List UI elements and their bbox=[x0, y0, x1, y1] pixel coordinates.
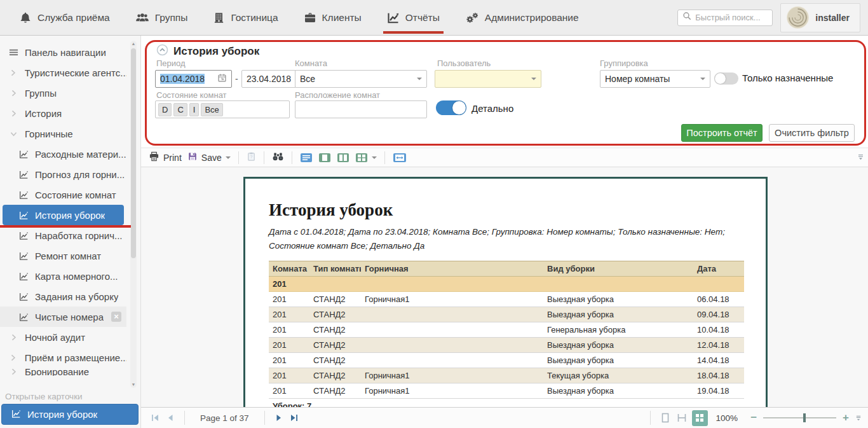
nav-item-hotel[interactable]: Гостиница bbox=[213, 0, 278, 35]
sidebar-item[interactable]: Задания на уборку bbox=[0, 286, 126, 307]
sidebar-item[interactable]: Расходные матери... bbox=[0, 144, 126, 164]
print-button[interactable]: Print bbox=[149, 151, 182, 163]
view-facing-button[interactable] bbox=[337, 153, 349, 163]
table-row: 201СТАНД2Генеральная уборка10.04.18 bbox=[269, 322, 744, 338]
room-location-input[interactable] bbox=[295, 100, 427, 118]
sidebar-item[interactable]: Ночной аудит bbox=[0, 327, 126, 347]
zoom-in-button[interactable]: + bbox=[839, 411, 853, 424]
grouping-select[interactable]: Номер комнаты bbox=[600, 70, 710, 88]
sidebar-item[interactable]: Прогноз для горни... bbox=[0, 164, 126, 184]
open-card-history-cleanings[interactable]: История уборок bbox=[1, 404, 139, 425]
room-state-button-C[interactable]: C bbox=[173, 103, 187, 116]
last-page-button[interactable] bbox=[289, 413, 299, 423]
toolbar-overflow-button[interactable] bbox=[857, 152, 864, 163]
date-from-input[interactable]: 01.04.2018 bbox=[155, 70, 232, 88]
statusbar-overflow-button[interactable] bbox=[855, 414, 862, 422]
next-page-button[interactable] bbox=[274, 413, 284, 423]
nav-item-chart[interactable]: Отчёты bbox=[387, 0, 440, 35]
topnav-menu: Служба приёмаГруппыГостиницаКлиентыОтчёт… bbox=[19, 0, 604, 35]
user-menu[interactable]: installer bbox=[780, 3, 860, 32]
table-cell: Генеральная уборка bbox=[543, 322, 693, 338]
first-page-button[interactable] bbox=[150, 413, 160, 423]
sidebar-item[interactable]: Бронирование bbox=[0, 368, 126, 376]
report-title: История уборок bbox=[269, 200, 742, 220]
close-icon[interactable]: × bbox=[111, 312, 121, 322]
calendar-icon[interactable] bbox=[217, 73, 227, 85]
period-label: Период bbox=[156, 59, 186, 68]
sidebar-item[interactable]: Горничные bbox=[0, 123, 126, 144]
table-cell: 201 bbox=[269, 307, 309, 322]
sidebar-item[interactable]: Панель навигации bbox=[0, 42, 126, 62]
clear-filter-button[interactable]: Очистить фильтр bbox=[769, 124, 855, 142]
build-report-button[interactable]: Построить отчёт bbox=[681, 124, 763, 142]
room-state-button-Все[interactable]: Все bbox=[201, 103, 222, 116]
previous-page-button[interactable] bbox=[165, 413, 175, 423]
view-singlepage-button[interactable] bbox=[300, 153, 313, 163]
sidebar-item[interactable]: Группы bbox=[0, 83, 126, 103]
top-navigation-bar: Служба приёмаГруппыГостиницаКлиентыОтчёт… bbox=[0, 0, 868, 36]
collapse-panel-icon[interactable] bbox=[156, 44, 168, 59]
sidebar-item-label: Задания на уборку bbox=[35, 291, 118, 302]
user-select[interactable] bbox=[435, 70, 541, 88]
zoom-slider[interactable] bbox=[763, 417, 836, 418]
sidebar-item[interactable]: Карта номерного... bbox=[0, 266, 126, 286]
clipboard-button-disabled[interactable]: ? bbox=[247, 151, 256, 163]
app-window: Служба приёмаГруппыГостиницаКлиентыОтчёт… bbox=[0, 0, 868, 428]
nav-item-gears[interactable]: Администрирование bbox=[465, 0, 579, 35]
single-page-view-button[interactable] bbox=[660, 412, 671, 424]
sidebar-item[interactable]: Приём и размещение... bbox=[0, 347, 126, 368]
multi-page-view-button[interactable] bbox=[692, 410, 708, 426]
table-cell: Выездная уборка bbox=[543, 307, 693, 322]
sidebar-item[interactable]: Туристические агентс... bbox=[0, 62, 126, 83]
only-assigned-label: Только назначенные bbox=[742, 72, 833, 83]
nav-item-label: Служба приёма bbox=[37, 12, 110, 24]
fit-width-view-button[interactable] bbox=[676, 412, 688, 424]
quick-search-box[interactable] bbox=[677, 10, 773, 26]
view-multipage-button[interactable] bbox=[355, 153, 377, 163]
fit-page-width-button[interactable] bbox=[393, 153, 407, 163]
table-cell: 201 bbox=[269, 292, 309, 307]
room-select[interactable]: Все bbox=[295, 70, 427, 88]
date-to-input[interactable]: 23.04.2018 bbox=[241, 70, 296, 88]
line-chart-icon bbox=[18, 292, 29, 301]
detail-toggle[interactable] bbox=[436, 100, 466, 115]
table-cell: СТАНД2 bbox=[309, 322, 361, 338]
table-cell: 19.04.18 bbox=[693, 383, 744, 399]
zoom-out-button[interactable]: − bbox=[747, 411, 761, 424]
view-continuous-button[interactable] bbox=[318, 153, 331, 163]
scrollbar-thumb[interactable] bbox=[131, 48, 136, 258]
search-input[interactable] bbox=[695, 13, 768, 22]
report-subtitle: Дата с 01.04.2018; Дата по 23.04.2018; К… bbox=[269, 225, 744, 252]
room-state-button-I[interactable]: I bbox=[189, 103, 200, 116]
nav-item-bell[interactable]: Служба приёма bbox=[19, 0, 110, 35]
nav-item-briefcase[interactable]: Клиенты bbox=[304, 0, 362, 35]
scroll-down-icon[interactable]: ▼ bbox=[130, 382, 137, 388]
room-state-button-D[interactable]: D bbox=[158, 103, 172, 116]
zoom-controls: 100% − + bbox=[644, 410, 864, 426]
nav-item-label: Клиенты bbox=[322, 12, 362, 24]
sidebar-item[interactable]: Состояние комнат bbox=[0, 184, 126, 205]
chevron-right-icon bbox=[8, 89, 19, 97]
binoculars-icon bbox=[272, 151, 284, 163]
sidebar-item-label: Горничные bbox=[25, 128, 73, 139]
users-icon bbox=[135, 11, 149, 24]
save-button[interactable]: Save bbox=[187, 151, 231, 163]
sidebar-item[interactable]: История уборок bbox=[3, 205, 124, 225]
sidebar-item[interactable]: История bbox=[0, 103, 126, 123]
scroll-up-icon[interactable]: ▲ bbox=[130, 41, 137, 47]
sidebar-item[interactable]: Чистые номера× bbox=[0, 307, 126, 327]
table-cell: 201 bbox=[269, 338, 309, 353]
only-assigned-toggle[interactable] bbox=[714, 72, 738, 85]
topnav-right: installer bbox=[677, 3, 868, 32]
table-cell: СТАНД2 bbox=[309, 383, 361, 399]
view-facing-icon bbox=[337, 153, 349, 163]
sidebar-item[interactable]: Ремонт комнат bbox=[0, 245, 126, 266]
nav-item-users[interactable]: Группы bbox=[135, 0, 188, 35]
zoom-slider-thumb[interactable] bbox=[803, 413, 806, 422]
toolbar-separator bbox=[384, 151, 385, 164]
toolbar-separator bbox=[238, 151, 239, 164]
find-button[interactable] bbox=[272, 151, 284, 163]
sidebar-item-label: Бронирование bbox=[25, 368, 89, 376]
sidebar-scrollbar[interactable]: ▲ ▼ bbox=[130, 41, 137, 388]
sidebar-item[interactable]: Наработка горнич... bbox=[0, 225, 126, 245]
